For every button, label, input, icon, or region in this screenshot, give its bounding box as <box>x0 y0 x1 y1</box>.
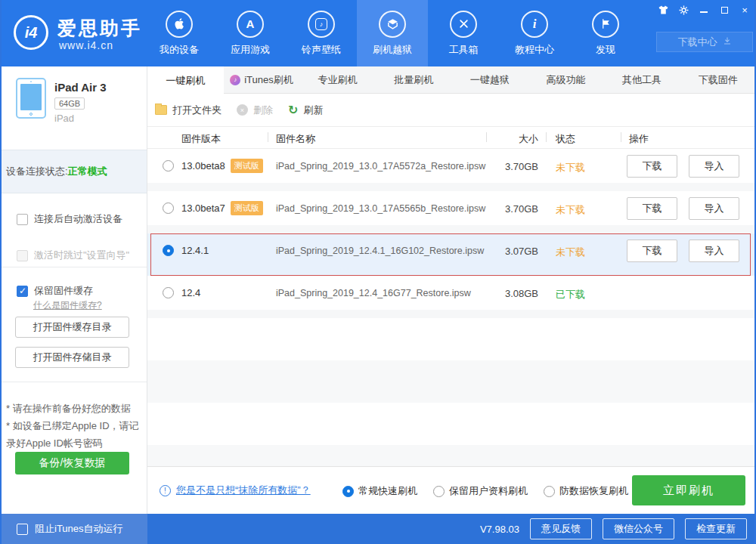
tab-itunes-flash[interactable]: ♪ iTunes刷机 <box>224 66 300 93</box>
nav-discover[interactable]: 发现 <box>570 0 641 66</box>
firmware-version: 12.4 <box>181 287 200 298</box>
erase-data-hint[interactable]: ! 您是不是只想“抹除所有数据”？ <box>160 484 311 497</box>
checkbox-checked[interactable] <box>17 286 28 297</box>
wechat-account-button[interactable]: 微信公众号 <box>603 518 674 539</box>
checkbox-unchecked[interactable] <box>17 214 28 225</box>
block-itunes-label: 阻止iTunes自动运行 <box>35 522 123 536</box>
col-actions: 操作 <box>629 132 649 146</box>
firmware-version: 13.0beta7 <box>181 202 225 214</box>
open-storage-dir-button[interactable]: 打开固件存储目录 <box>15 347 129 368</box>
header: i4 爱思助手 www.i4.cn 我的设备 A 应用游戏 ♪ 铃声壁纸 <box>0 0 756 66</box>
mode-normal-fast[interactable]: 常规快速刷机 <box>342 484 417 498</box>
nav-toolbox[interactable]: 工具箱 <box>428 0 499 66</box>
import-button[interactable]: 导入 <box>689 155 739 178</box>
row-radio[interactable] <box>163 202 174 214</box>
delete-button: × 删除 <box>237 104 273 117</box>
download-center-button[interactable]: 下载中心 <box>656 32 753 52</box>
download-button[interactable]: 下载 <box>627 155 677 178</box>
window-controls: × <box>658 5 750 15</box>
auto-activate-option[interactable]: 连接后自动激活设备 <box>17 212 122 226</box>
check-update-button[interactable]: 检查更新 <box>685 518 747 539</box>
feedback-button[interactable]: 意见反馈 <box>530 518 592 539</box>
brand-url: www.i4.cn <box>59 39 113 51</box>
firmware-size: 3.07GB <box>493 246 538 257</box>
minimize-icon[interactable] <box>699 5 709 15</box>
firmware-row-12.4[interactable]: 12.4 iPad_Spring_2019_12.4_16G77_Restore… <box>147 276 756 318</box>
gear-icon[interactable] <box>678 5 689 15</box>
keep-firmware-cache-option[interactable]: 保留固件缓存 <box>17 284 93 298</box>
connection-label: 设备连接状态: <box>6 165 68 178</box>
mode-radio[interactable] <box>433 486 445 497</box>
checkbox-disabled <box>17 250 28 261</box>
open-folder-button[interactable]: 打开文件夹 <box>155 104 222 117</box>
firmware-name: iPad_Spring_2019_13.0_17A5565b_Restore.i… <box>276 203 485 214</box>
firmware-row-12.4.1-selected[interactable]: 12.4.1 iPad_Spring_2019_12.4.1_16G102_Re… <box>147 233 756 276</box>
tab-one-click-jailbreak[interactable]: 一键越狱 <box>452 66 528 93</box>
col-status: 状态 <box>556 132 575 146</box>
note-line: * 请在操作前备份好您的数据 <box>6 400 142 417</box>
download-icon <box>723 36 732 48</box>
tab-batch-flash[interactable]: 批量刷机 <box>376 66 452 93</box>
flag-icon <box>592 11 619 38</box>
nav-tutorials[interactable]: i 教程中心 <box>499 0 570 66</box>
nav-flash-jailbreak[interactable]: 刷机越狱 <box>357 0 428 66</box>
info-icon: i <box>521 11 548 38</box>
tab-advanced[interactable]: 高级功能 <box>528 66 604 93</box>
row-radio-selected[interactable] <box>163 245 174 256</box>
device-name: iPad Air 3 <box>54 81 107 94</box>
open-cache-dir-button[interactable]: 打开固件缓存目录 <box>15 317 129 338</box>
flash-now-button[interactable]: 立即刷机 <box>632 475 745 505</box>
mode-keep-user-data[interactable]: 保留用户资料刷机 <box>433 484 528 498</box>
mode-radio-selected[interactable] <box>342 486 354 497</box>
tools-icon <box>450 11 477 38</box>
note-line: * 如设备已绑定Apple ID，请记录好Apple ID帐号密码 <box>6 417 142 452</box>
firmware-list: 13.0beta8 测试版 iPad_Spring_2019_13.0_17A5… <box>147 149 756 318</box>
beta-badge: 测试版 <box>231 201 263 215</box>
mode-anti-recovery[interactable]: 防数据恢复刷机 ? <box>544 484 644 498</box>
row-radio[interactable] <box>163 160 174 172</box>
checkbox-unchecked[interactable] <box>17 524 28 535</box>
divider <box>0 382 147 382</box>
firmware-row-13.0beta7[interactable]: 13.0beta7 测试版 iPad_Spring_2019_13.0_17A5… <box>147 191 756 233</box>
flash-options-bar: ! 您是不是只想“抹除所有数据”？ 常规快速刷机 保留用户资料刷机 防数据恢复刷… <box>147 466 756 514</box>
nav-label: 教程中心 <box>515 43 554 57</box>
nav-ringtones-wallpapers[interactable]: ♪ 铃声壁纸 <box>286 0 357 66</box>
backup-restore-button[interactable]: 备份/恢复数据 <box>15 452 129 474</box>
download-button[interactable]: 下载 <box>627 240 677 262</box>
firmware-row-13.0beta8[interactable]: 13.0beta8 测试版 iPad_Spring_2019_13.0_17A5… <box>147 149 756 191</box>
warning-icon: ! <box>160 485 171 496</box>
nav-label: 工具箱 <box>449 43 479 57</box>
connection-status: 设备连接状态: 正常模式 <box>0 150 147 193</box>
status-badge: 未下载 <box>556 161 585 175</box>
erase-data-link[interactable]: 您是不是只想“抹除所有数据”？ <box>176 484 311 497</box>
beta-badge: 测试版 <box>231 159 263 173</box>
mode-radio[interactable] <box>544 486 555 497</box>
skin-icon[interactable] <box>658 5 668 15</box>
block-itunes-option[interactable]: 阻止iTunes自动运行 <box>0 514 147 544</box>
music-note-icon: ♪ <box>308 11 335 38</box>
nav-my-devices[interactable]: 我的设备 <box>144 0 215 66</box>
tab-pro-flash[interactable]: 专业刷机 <box>299 66 376 93</box>
maximize-icon[interactable] <box>719 5 730 15</box>
what-is-cache-link[interactable]: 什么是固件缓存? <box>33 299 102 312</box>
tab-download-firmware[interactable]: 下载固件 <box>680 66 756 93</box>
option-label: 保留固件缓存 <box>34 284 93 298</box>
option-label: 激活时跳过"设置向导" <box>34 249 129 262</box>
row-radio[interactable] <box>163 287 174 298</box>
import-button[interactable]: 导入 <box>689 240 739 262</box>
status-bar: 阻止iTunes自动运行 V7.98.03 意见反馈 微信公众号 检查更新 <box>0 514 756 544</box>
firmware-version: 12.4.1 <box>181 245 209 256</box>
firmware-name: iPad_Spring_2019_12.4.1_16G102_Restore.i… <box>276 246 484 256</box>
nav-label: 应用游戏 <box>231 43 270 57</box>
device-type: iPad <box>54 113 74 124</box>
refresh-button[interactable]: ↻ 刷新 <box>288 104 323 117</box>
main-nav: 我的设备 A 应用游戏 ♪ 铃声壁纸 刷机越狱 工具箱 <box>144 0 641 66</box>
import-button[interactable]: 导入 <box>689 197 739 220</box>
nav-apps-games[interactable]: A 应用游戏 <box>215 0 286 66</box>
firmware-size: 3.70GB <box>493 203 538 215</box>
tab-other-tools[interactable]: 其他工具 <box>604 66 680 93</box>
close-icon[interactable]: × <box>739 5 750 15</box>
tab-one-click-flash[interactable]: 一键刷机 <box>147 66 224 94</box>
firmware-version: 13.0beta8 <box>181 160 225 172</box>
download-button[interactable]: 下载 <box>627 197 677 220</box>
